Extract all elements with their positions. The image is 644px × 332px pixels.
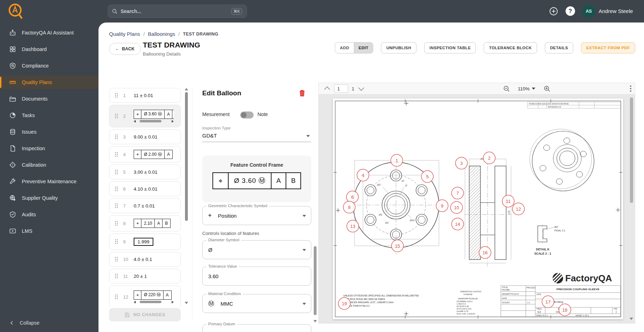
factoryqa-logo-icon[interactable] — [6, 2, 25, 20]
scroll-down-icon[interactable] — [313, 320, 317, 323]
inspection-table-button[interactable]: INSPECTION TABLE — [424, 42, 476, 53]
balloon-row-8[interactable]: 8⌖2.10AB — [109, 215, 181, 231]
balloon-row-10[interactable]: 104.0 ± 0.1 — [109, 252, 181, 267]
drag-handle-icon[interactable] — [114, 239, 119, 244]
search-input[interactable]: Search... ⌘K — [108, 5, 247, 18]
balloon-row-11[interactable]: 1120 ± 1 — [109, 269, 181, 283]
inspection-type-select[interactable]: Inspection Type GD&T — [202, 126, 311, 142]
balloon-marker-16[interactable]: 16 — [479, 247, 491, 258]
sidebar-item-lms[interactable]: LMS — [0, 224, 98, 238]
tolerance-value-input[interactable]: Tolerance Value 3.60 — [202, 267, 311, 286]
balloon-marker-11[interactable]: 11 — [502, 195, 514, 207]
balloon-marker-19[interactable]: 19 — [338, 298, 350, 309]
material-condition-select[interactable]: Material Condition ⓂMMC — [202, 294, 311, 313]
fcf-scrollbar[interactable] — [134, 301, 174, 304]
drag-handle-icon[interactable] — [114, 134, 119, 140]
user-name[interactable]: Andrew Steele — [599, 8, 633, 14]
sidebar-item-quality-plans[interactable]: Quality Plans — [0, 76, 98, 89]
drawing-page[interactable]: HUNE A3 440.3116 13/23 3/AN3 PU/30 RAVE … — [333, 98, 623, 319]
drag-handle-icon[interactable] — [114, 221, 119, 226]
sidebar-item-issues[interactable]: Issues — [0, 125, 98, 139]
no-changes-button[interactable]: NO CHANGES — [109, 308, 181, 321]
balloon-row-4[interactable]: 4⌖Ø 2.00 ⓂA — [109, 146, 181, 162]
details-button[interactable]: DETAILS — [545, 42, 573, 53]
zoom-in-icon[interactable] — [544, 85, 550, 92]
diameter-symbol-select[interactable]: Diameter Symbol Ø — [202, 240, 311, 259]
tolerance-block-button[interactable]: TOLERANCE BLOCK — [484, 42, 537, 53]
page-down-icon[interactable] — [358, 85, 364, 91]
sidebar-item-documents[interactable]: Documents — [0, 92, 98, 106]
balloon-row-9[interactable]: 91.999 — [109, 234, 181, 250]
balloon-marker-5[interactable]: 5 — [421, 171, 433, 183]
scroll-down-icon[interactable] — [185, 302, 188, 304]
balloon-marker-18[interactable]: 18 — [559, 304, 571, 316]
page-number-input[interactable] — [334, 84, 348, 93]
balloon-marker-2[interactable]: 2 — [483, 152, 495, 164]
drag-handle-icon[interactable] — [114, 152, 119, 157]
add-circle-icon[interactable] — [549, 6, 559, 16]
balloon-marker-1[interactable]: 1 — [391, 154, 403, 166]
drag-handle-icon[interactable] — [114, 113, 119, 119]
balloon-row-7[interactable]: 70.7 ± 0.01 — [109, 198, 181, 213]
back-button[interactable]: ← BACK — [109, 43, 141, 55]
viewer-scrollbar[interactable] — [629, 95, 634, 323]
scrollbar-thumb[interactable] — [185, 92, 188, 221]
sidebar-item-supplier-quality[interactable]: Supplier Quality — [0, 191, 98, 205]
sidebar-item-dashboard[interactable]: Dashboard — [0, 43, 98, 56]
balloon-marker-12[interactable]: 12 — [512, 203, 524, 215]
add-button[interactable]: ADD — [335, 43, 353, 53]
help-icon[interactable]: ? — [566, 6, 575, 16]
balloon-marker-10[interactable]: 10 — [451, 202, 463, 213]
breadcrumb-quality-plans[interactable]: Quality Plans — [109, 31, 140, 37]
primary-datum-select[interactable]: Primary Datum — [202, 324, 311, 332]
sidebar-item-factoryqa-ai-assistant[interactable]: FactoryQA AI Assistant — [0, 26, 98, 39]
balloon-marker-17[interactable]: 17 — [542, 296, 554, 308]
drag-handle-icon[interactable] — [114, 186, 119, 192]
balloon-marker-8[interactable]: 8 — [343, 201, 355, 213]
collapse-button[interactable]: Collapse — [9, 320, 39, 326]
balloon-row-3[interactable]: 39.00 ± 0.01 — [109, 129, 181, 144]
extract-from-pdf-button[interactable]: EXTRACT FROM PDF — [581, 42, 635, 53]
sidebar-item-preventive-maintenance[interactable]: Preventive Maintenance — [0, 175, 98, 188]
drag-handle-icon[interactable] — [114, 169, 119, 175]
drawing-notes: UNLESS OTITESIVSE SPECIFIED ALL DIMENSIO… — [343, 294, 419, 307]
balloon-marker-15[interactable]: 15 — [391, 240, 403, 252]
drag-handle-icon[interactable] — [114, 203, 119, 209]
geometric-symbol-select[interactable]: Geometric Characteristic Symbol ⌖Positio… — [202, 206, 311, 225]
measurement-note-toggle[interactable] — [240, 111, 254, 119]
scroll-up-icon[interactable] — [185, 88, 188, 90]
balloon-marker-4[interactable]: 4 — [357, 169, 369, 181]
sidebar-item-audits[interactable]: Audits — [0, 208, 98, 221]
drag-handle-icon[interactable] — [114, 294, 119, 300]
fcf-scrollbar[interactable] — [134, 120, 174, 123]
unpublish-button[interactable]: UNPUBLISH — [381, 42, 416, 53]
page-up-icon[interactable] — [324, 87, 330, 92]
balloon-marker-14[interactable]: 14 — [452, 218, 464, 230]
zoom-level-select[interactable]: 110% — [518, 86, 535, 91]
delete-balloon-icon[interactable] — [299, 89, 305, 97]
avatar[interactable]: AS — [582, 5, 595, 18]
balloon-marker-9[interactable]: 9 — [436, 200, 448, 212]
scroll-down-icon[interactable] — [630, 318, 633, 320]
breadcrumb-balloonings[interactable]: Balloonings — [148, 31, 176, 37]
balloon-marker-7[interactable]: 7 — [452, 187, 464, 199]
drag-handle-icon[interactable] — [114, 273, 119, 279]
balloon-row-1[interactable]: 111 ± 0.01 — [109, 88, 181, 103]
edit-panel-scrollbar[interactable] — [313, 91, 317, 324]
balloon-row-12[interactable]: 12⌖Ø 220 ⓂA — [109, 286, 181, 307]
drag-handle-icon[interactable] — [114, 92, 119, 98]
balloon-marker-3[interactable]: 3 — [455, 157, 467, 169]
sidebar-item-compliance[interactable]: Compliance — [0, 59, 98, 72]
drag-handle-icon[interactable] — [114, 256, 119, 262]
balloon-row-2[interactable]: 2⌖Ø 3.60 ⓂAB — [109, 105, 181, 127]
balloon-marker-13[interactable]: 13 — [347, 220, 359, 232]
balloon-list-scrollbar[interactable] — [184, 88, 189, 307]
edit-button[interactable]: EDIT — [354, 43, 373, 53]
balloon-row-5[interactable]: 53.00 ± 0.01 — [109, 165, 181, 179]
sidebar-item-calibration[interactable]: Calibration — [0, 158, 98, 172]
sidebar-item-inspection[interactable]: Inspection — [0, 142, 98, 155]
sidebar-item-tasks[interactable]: Tasks — [0, 109, 98, 122]
balloon-row-6[interactable]: 64.10 ± 0.01 — [109, 181, 181, 196]
zoom-out-icon[interactable] — [503, 85, 510, 92]
viewer-menu-icon[interactable] — [630, 85, 631, 92]
